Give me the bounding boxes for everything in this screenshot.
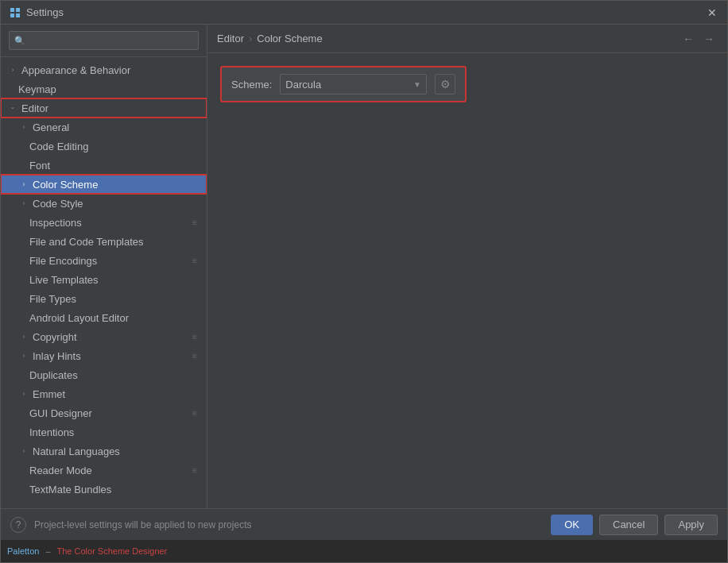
sidebar-item-label: Color Scheme <box>33 179 98 191</box>
search-icon: 🔍 <box>14 36 25 46</box>
sidebar-item-label: Android Layout Editor <box>29 312 129 324</box>
sidebar-item-label: GUI Designer <box>29 407 92 419</box>
chevron-icon: › <box>18 388 29 399</box>
sidebar-item-label: Emmet <box>33 388 65 400</box>
sidebar-item-label: Copyright <box>33 331 77 343</box>
search-input[interactable] <box>29 35 193 46</box>
chevron-icon: › <box>18 331 29 342</box>
sidebar-item-label: Duplicates <box>29 369 78 381</box>
sidebar-item-label: Appearance & Behavior <box>21 64 130 76</box>
sidebar-item-gui-designer[interactable]: GUI Designer ≡ <box>1 403 207 422</box>
sidebar-item-live-templates[interactable]: Live Templates <box>1 270 207 289</box>
sidebar-item-file-encodings[interactable]: File Encodings ≡ <box>1 251 207 270</box>
sidebar-item-label: Natural Languages <box>33 445 120 457</box>
taskbar-item2-text: The Color Scheme Designer <box>57 546 168 556</box>
scheme-dropdown[interactable]: Darcula ▼ <box>280 74 427 94</box>
chevron-icon: › <box>18 445 29 457</box>
sidebar-item-label: File and Code Templates <box>29 236 144 248</box>
sidebar-item-textmate-bundles[interactable]: TextMate Bundles <box>1 480 207 499</box>
chevron-icon: › <box>18 121 29 133</box>
taskbar-separator: – <box>45 546 50 556</box>
search-box: 🔍 <box>1 25 207 57</box>
nav-tree: › Appearance & Behavior Keymap › Editor … <box>1 57 207 508</box>
bottom-info-text: Project-level settings will be applied t… <box>34 519 551 530</box>
sidebar-item-label: Code Style <box>33 198 83 210</box>
sidebar-item-label: Reader Mode <box>29 465 92 476</box>
svg-rect-2 <box>10 13 14 17</box>
sidebar-item-label: Inspections <box>29 217 82 229</box>
sidebar-item-label: Font <box>29 160 50 172</box>
sidebar-item-inspections[interactable]: Inspections ≡ <box>1 213 207 232</box>
bottom-buttons: OK Cancel Apply <box>551 515 718 535</box>
bottom-bar: ? Project-level settings will be applied… <box>1 508 727 540</box>
cancel-button[interactable]: Cancel <box>599 515 658 535</box>
chevron-icon: › <box>18 179 29 190</box>
title-bar: Settings ✕ <box>1 1 727 25</box>
help-button[interactable]: ? <box>10 517 26 533</box>
sidebar-item-label: Inlay Hints <box>33 350 81 362</box>
nav-forward-button[interactable]: → <box>700 30 718 48</box>
sidebar-item-code-style[interactable]: › Code Style <box>1 194 207 213</box>
svg-rect-1 <box>16 8 20 12</box>
settings-window: Settings ✕ 🔍 › Appearance & Behavior <box>0 0 728 563</box>
scheme-value: Darcula <box>285 79 321 91</box>
sidebar-item-duplicates[interactable]: Duplicates <box>1 365 207 384</box>
search-wrapper: 🔍 <box>9 31 199 50</box>
sidebar-item-appearance[interactable]: › Appearance & Behavior <box>1 60 207 79</box>
sidebar-item-reader-mode[interactable]: Reader Mode ≡ <box>1 461 207 480</box>
taskbar-item1: Paletton <box>7 546 39 556</box>
scheme-label: Scheme: <box>231 79 272 91</box>
sidebar-item-file-types[interactable]: File Types <box>1 289 207 308</box>
main-content: 🔍 › Appearance & Behavior Keymap › <box>1 25 727 508</box>
breadcrumb: Editor › Color Scheme <box>217 33 323 44</box>
taskbar-item2: The Color Scheme Designer <box>57 546 168 556</box>
chevron-icon: › <box>18 198 29 209</box>
ok-button[interactable]: OK <box>551 515 593 535</box>
sidebar-item-label: File Types <box>29 293 76 305</box>
sidebar-item-emmet[interactable]: › Emmet <box>1 384 207 403</box>
panel-body: Scheme: Darcula ▼ ⚙ <box>207 53 727 508</box>
chevron-icon: › <box>7 64 18 75</box>
settings-icon: ≡ <box>189 350 200 361</box>
apply-button[interactable]: Apply <box>664 515 718 535</box>
sidebar-item-label: General <box>33 121 69 133</box>
sidebar-item-editor[interactable]: › Editor <box>1 98 207 118</box>
settings-icon: ≡ <box>189 255 200 266</box>
breadcrumb-parent: Editor <box>217 33 244 44</box>
dropdown-arrow-icon: ▼ <box>413 80 421 89</box>
close-button[interactable]: ✕ <box>705 6 719 20</box>
breadcrumb-separator: › <box>249 33 252 44</box>
nav-arrows: ← → <box>680 30 718 48</box>
sidebar-item-label: File Encodings <box>29 255 97 267</box>
scheme-gear-button[interactable]: ⚙ <box>435 74 455 94</box>
gear-icon: ⚙ <box>440 78 451 91</box>
settings-icon: ≡ <box>189 331 200 342</box>
sidebar-item-label: Intentions <box>29 426 74 438</box>
sidebar-item-intentions[interactable]: Intentions <box>1 422 207 442</box>
svg-rect-0 <box>10 8 14 12</box>
sidebar-item-android-layout[interactable]: Android Layout Editor <box>1 308 207 327</box>
sidebar-item-inlay-hints[interactable]: › Inlay Hints ≡ <box>1 346 207 365</box>
sidebar-item-label: TextMate Bundles <box>29 484 111 496</box>
window-title: Settings <box>26 6 705 18</box>
sidebar-item-code-editing[interactable]: Code Editing <box>1 137 207 156</box>
sidebar-item-keymap[interactable]: Keymap <box>1 79 207 98</box>
svg-rect-3 <box>16 13 20 17</box>
right-panel: Editor › Color Scheme ← → Scheme: Darcul… <box>207 25 727 508</box>
taskbar: Paletton – The Color Scheme Designer <box>1 540 727 562</box>
sidebar-item-general[interactable]: › General <box>1 118 207 137</box>
breadcrumb-current: Color Scheme <box>257 33 322 44</box>
sidebar-item-file-code-templates[interactable]: File and Code Templates <box>1 232 207 251</box>
nav-back-button[interactable]: ← <box>680 30 697 48</box>
settings-icon: ≡ <box>189 407 200 418</box>
sidebar-item-font[interactable]: Font <box>1 156 207 175</box>
taskbar-item1-text: Paletton <box>7 546 39 556</box>
sidebar-item-color-scheme[interactable]: › Color Scheme <box>1 175 207 194</box>
chevron-icon: › <box>7 102 18 114</box>
sidebar-item-label: Code Editing <box>29 141 88 152</box>
sidebar-item-natural-languages[interactable]: › Natural Languages <box>1 442 207 461</box>
scheme-row: Scheme: Darcula ▼ ⚙ <box>220 66 467 102</box>
chevron-icon: › <box>18 350 29 361</box>
sidebar-item-copyright[interactable]: › Copyright ≡ <box>1 327 207 346</box>
sidebar-item-label: Live Templates <box>29 274 98 286</box>
